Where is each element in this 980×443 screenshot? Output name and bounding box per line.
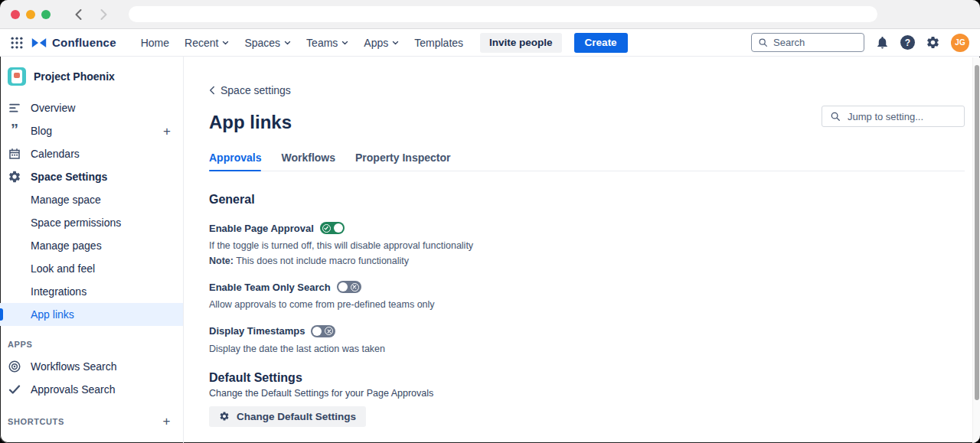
zoom-window-button[interactable] (41, 10, 51, 19)
notifications-bell-icon[interactable] (875, 35, 890, 50)
settings-gear-icon[interactable] (926, 35, 940, 50)
chevron-down-icon (341, 41, 348, 45)
create-button[interactable]: Create (574, 33, 628, 53)
browser-forward-icon[interactable] (99, 8, 109, 21)
sidebar-item-integrations[interactable]: Integrations (0, 280, 183, 303)
sidebar-item-overview[interactable]: Overview (0, 96, 183, 119)
gear-icon (8, 170, 21, 184)
sidebar-item-manage-pages[interactable]: Manage pages (0, 234, 183, 257)
add-blog-icon[interactable]: + (163, 125, 171, 138)
chevron-left-icon (209, 86, 215, 95)
toggle-knob (338, 282, 348, 292)
enable-page-approval-toggle[interactable] (320, 222, 345, 234)
toggle-knob (334, 223, 343, 233)
checkmark-icon (8, 383, 21, 396)
toggle-check-icon (322, 224, 331, 233)
top-navigation: Home Recent Spaces Teams Apps Templates (133, 32, 471, 54)
nav-item-templates[interactable]: Templates (407, 32, 471, 54)
enable-team-only-search-description: Allow approvals to come from pre-defined… (209, 299, 965, 311)
window-controls (11, 10, 51, 19)
display-timestamps-row: Display Timestamps (209, 325, 965, 337)
nav-item-teams[interactable]: Teams (299, 32, 356, 54)
gear-icon (219, 411, 230, 422)
nav-item-home[interactable]: Home (133, 32, 177, 54)
browser-window: Confluence Home Recent Spaces Teams Apps… (0, 0, 980, 443)
app-switcher-icon[interactable] (9, 35, 24, 50)
sidebar-item-space-settings[interactable]: Space Settings (0, 165, 183, 188)
enable-page-approval-row: Enable Page Approval (209, 222, 965, 234)
browser-back-icon[interactable] (74, 8, 83, 21)
chevron-down-icon (392, 41, 399, 45)
header-actions: ? JG (751, 33, 972, 52)
general-section-heading: General (209, 193, 965, 207)
confluence-logo-icon (31, 34, 47, 51)
minimize-window-button[interactable] (26, 10, 35, 19)
scrollbar-track (972, 57, 980, 443)
enable-team-only-search-toggle[interactable] (337, 281, 361, 293)
enable-page-approval-note: Note: This does not include macro functi… (209, 256, 965, 268)
tab-bar: Approvals Workflows Property Inspector (209, 151, 965, 171)
target-icon (8, 360, 21, 373)
chevron-down-icon (284, 41, 291, 45)
sidebar-item-blog[interactable]: ” Blog + (0, 119, 183, 142)
confluence-logo[interactable]: Confluence (31, 34, 116, 51)
tab-property-inspector[interactable]: Property Inspector (355, 151, 450, 171)
tab-approvals[interactable]: Approvals (209, 151, 261, 171)
nav-item-recent[interactable]: Recent (177, 32, 237, 54)
app-header: Confluence Home Recent Spaces Teams Apps… (0, 29, 980, 57)
space-sidebar: Project Phoenix Overview ” Blog + Calend… (0, 57, 184, 443)
address-bar[interactable] (129, 6, 877, 22)
sidebar-item-approvals-search[interactable]: Approvals Search (0, 378, 183, 401)
browser-chrome (0, 0, 980, 29)
sidebar-item-space-permissions[interactable]: Space permissions (0, 211, 183, 234)
confluence-logo-text: Confluence (52, 36, 116, 49)
display-timestamps-description: Display the date the last action was tak… (209, 344, 965, 356)
sidebar-item-calendars[interactable]: Calendars (0, 142, 183, 165)
global-search[interactable] (751, 33, 864, 52)
toggle-x-icon (325, 327, 333, 335)
sidebar-nav: Overview ” Blog + Calendars Space Settin… (0, 96, 183, 326)
main-content: Space settings App links Approvals Workf… (184, 57, 980, 443)
jump-to-setting-input[interactable] (848, 111, 956, 122)
sidebar-item-workflows-search[interactable]: Workflows Search (0, 355, 183, 378)
display-timestamps-toggle[interactable] (311, 325, 335, 337)
toggle-x-icon (351, 283, 359, 292)
nav-item-spaces[interactable]: Spaces (237, 32, 299, 54)
apps-section-heading: APPS (0, 326, 183, 355)
invite-people-button[interactable]: Invite people (480, 33, 562, 53)
enable-page-approval-description: If the toggle is turned off, this will d… (209, 240, 965, 252)
default-settings-heading: Default Settings (209, 371, 965, 385)
blog-quote-icon: ” (8, 125, 21, 136)
page-body: Project Phoenix Overview ” Blog + Calend… (0, 57, 980, 443)
sidebar-item-app-links[interactable]: App links (0, 303, 183, 326)
help-icon[interactable]: ? (900, 35, 915, 50)
user-avatar[interactable]: JG (951, 34, 969, 52)
calendar-icon (8, 147, 21, 161)
search-icon (758, 37, 768, 47)
scrollbar-thumb[interactable] (975, 65, 979, 400)
browser-nav-arrows (74, 8, 109, 21)
jump-to-setting-search[interactable] (822, 106, 965, 127)
add-shortcut-icon[interactable]: + (162, 415, 171, 428)
space-avatar-icon (8, 67, 26, 86)
global-search-input[interactable] (773, 37, 858, 48)
space-header[interactable]: Project Phoenix (0, 66, 183, 87)
breadcrumb[interactable]: Space settings (209, 84, 291, 96)
sidebar-item-look-and-feel[interactable]: Look and feel (0, 257, 183, 280)
enable-team-only-search-label: Enable Team Only Search (209, 282, 331, 293)
close-window-button[interactable] (11, 10, 20, 19)
search-icon (830, 111, 841, 122)
sidebar-item-manage-space[interactable]: Manage space (0, 188, 183, 211)
enable-page-approval-label: Enable Page Approval (209, 223, 314, 234)
toggle-knob (312, 327, 322, 336)
shortcuts-section-heading: SHORTCUTS + (0, 401, 183, 434)
nav-item-apps[interactable]: Apps (356, 32, 407, 54)
display-timestamps-label: Display Timestamps (209, 325, 305, 337)
enable-team-only-search-row: Enable Team Only Search (209, 281, 965, 293)
chevron-down-icon (222, 41, 229, 45)
overview-icon (8, 101, 21, 115)
space-name: Project Phoenix (34, 70, 115, 83)
default-settings-description: Change the Default Settings for your Pag… (209, 388, 965, 399)
change-default-settings-button[interactable]: Change Default Settings (209, 406, 366, 427)
tab-workflows[interactable]: Workflows (281, 151, 335, 171)
